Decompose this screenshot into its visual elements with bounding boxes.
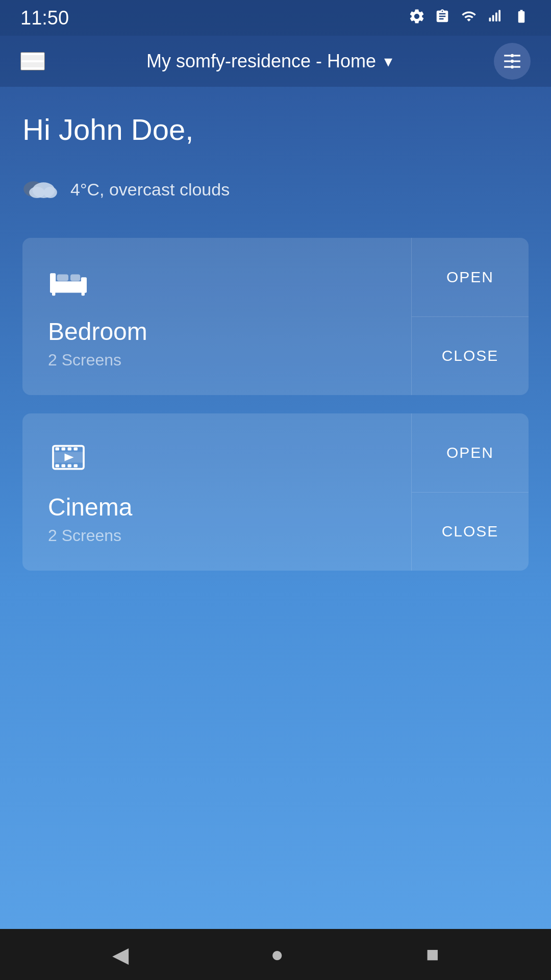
greeting-text: Hi John Doe,	[22, 112, 529, 146]
cinema-screens: 2 Screens	[48, 526, 386, 545]
clipboard-icon	[435, 8, 450, 29]
svg-rect-1	[492, 15, 494, 21]
svg-rect-28	[74, 448, 78, 451]
bottom-nav: ◀ ● ■	[0, 929, 551, 980]
svg-rect-21	[70, 275, 80, 281]
cinema-close-button[interactable]: CLOSE	[412, 493, 529, 571]
svg-point-16	[29, 187, 45, 198]
battery-icon	[512, 9, 531, 28]
svg-rect-32	[74, 464, 78, 468]
status-icons	[408, 8, 531, 29]
svg-rect-3	[498, 10, 500, 21]
menu-button[interactable]	[20, 52, 45, 70]
home-icon: ●	[271, 942, 284, 967]
bed-icon	[48, 263, 386, 305]
weather-icon	[22, 172, 58, 207]
svg-rect-23	[82, 291, 85, 296]
bedroom-name: Bedroom	[48, 317, 386, 346]
svg-point-5	[511, 60, 514, 63]
status-bar: 11:50	[0, 0, 551, 36]
svg-rect-26	[62, 448, 66, 451]
weather-row: 4°C, overcast clouds	[22, 172, 529, 207]
svg-point-15	[44, 187, 57, 198]
settings-icon	[408, 8, 425, 29]
svg-rect-30	[62, 464, 66, 468]
wifi-icon	[459, 9, 479, 28]
cinema-card: Cinema 2 Screens OPEN CLOSE	[22, 413, 529, 571]
recents-button[interactable]: ■	[418, 934, 447, 975]
svg-rect-18	[50, 273, 56, 292]
svg-point-6	[511, 65, 514, 68]
weather-description: 4°C, overcast clouds	[70, 180, 230, 200]
back-icon: ◀	[112, 942, 129, 967]
filter-icon	[503, 52, 522, 71]
filter-button[interactable]	[494, 43, 531, 80]
cinema-open-button[interactable]: OPEN	[412, 413, 529, 493]
top-bar: My somfy-residence - Home ▾	[0, 36, 551, 87]
app-title-text: My somfy-residence - Home	[146, 51, 376, 72]
bedroom-screens: 2 Screens	[48, 351, 386, 370]
status-time: 11:50	[20, 7, 69, 29]
bedroom-actions: OPEN CLOSE	[411, 238, 529, 395]
svg-rect-31	[68, 464, 72, 468]
svg-rect-27	[68, 448, 72, 451]
cinema-icon	[48, 439, 386, 481]
app-title[interactable]: My somfy-residence - Home ▾	[146, 51, 392, 72]
bedroom-card: Bedroom 2 Screens OPEN CLOSE	[22, 238, 529, 395]
bedroom-info: Bedroom 2 Screens	[22, 238, 411, 395]
signal-icon	[488, 8, 503, 29]
cinema-name: Cinema	[48, 493, 386, 521]
main-content: Hi John Doe, 4°C, overcast clouds	[0, 87, 551, 615]
svg-rect-29	[56, 464, 60, 468]
svg-rect-25	[56, 448, 60, 451]
recents-icon: ■	[426, 942, 439, 967]
bedroom-open-button[interactable]: OPEN	[412, 238, 529, 317]
svg-point-4	[511, 54, 514, 57]
svg-rect-20	[57, 275, 68, 281]
dropdown-icon: ▾	[384, 52, 392, 71]
cinema-info: Cinema 2 Screens	[22, 413, 411, 571]
cinema-actions: OPEN CLOSE	[411, 413, 529, 571]
svg-rect-2	[495, 12, 497, 21]
svg-rect-19	[81, 277, 87, 292]
back-button[interactable]: ◀	[104, 934, 137, 975]
svg-rect-0	[489, 17, 491, 21]
svg-rect-22	[52, 291, 55, 296]
home-button[interactable]: ●	[263, 934, 292, 975]
bedroom-close-button[interactable]: CLOSE	[412, 317, 529, 396]
